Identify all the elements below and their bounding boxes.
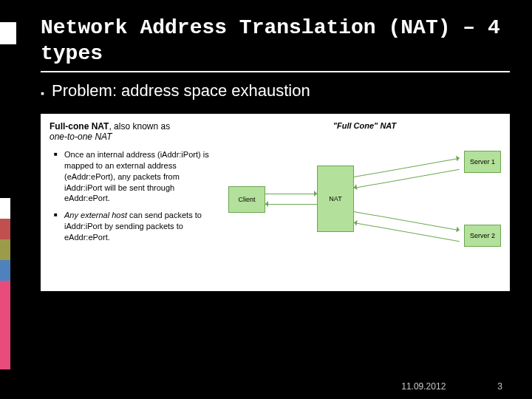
list-item-text: Any external host can send packets to iA…: [64, 211, 202, 242]
card-heading-em: one-to-one NAT: [50, 132, 112, 142]
arrow-server2-to-nat: [354, 222, 460, 242]
card-list: Once an internal address (iAddr:iPort) i…: [50, 149, 219, 243]
slide-bullet: Problem: address space exhaustion: [41, 81, 510, 100]
list-item: Any external host can send packets to iA…: [54, 210, 219, 243]
list-item-text: Once an internal address (iAddr:iPort) i…: [64, 150, 209, 202]
card-text-column: Full-cone NAT, also known as one-to-one …: [50, 121, 219, 282]
node-nat: NAT: [317, 166, 354, 232]
footer-date: 11.09.2012: [401, 381, 446, 392]
list-item: Once an internal address (iAddr:iPort) i…: [54, 149, 219, 204]
arrow-client-to-nat: [265, 194, 317, 194]
diagram-title: "Full Cone" NAT: [228, 121, 501, 130]
content-card: Full-cone NAT, also known as one-to-one …: [41, 114, 510, 291]
arrow-nat-to-client: [265, 204, 317, 205]
card-heading-rest: , also known as: [109, 121, 170, 132]
diagram-column: "Full Cone" NAT Client NAT Server 1 Serv…: [228, 121, 501, 282]
card-heading: Full-cone NAT, also known as one-to-one …: [50, 121, 219, 142]
slide-body: Network Address Translation (NAT) – 4 ty…: [0, 0, 532, 399]
slide-title: Network Address Translation (NAT) – 4 ty…: [41, 15, 510, 72]
node-server-2: Server 2: [464, 225, 501, 247]
slide-footer: 11.09.2012 3: [0, 381, 532, 392]
footer-page-number: 3: [497, 381, 502, 392]
arrow-nat-to-server2: [354, 211, 460, 231]
node-server-1: Server 1: [464, 151, 501, 173]
nat-diagram: Client NAT Server 1 Server 2: [228, 136, 501, 276]
arrow-server1-to-nat: [354, 169, 460, 188]
arrow-nat-to-server1: [354, 158, 460, 177]
bullet-text: Problem: address space exhaustion: [52, 81, 310, 100]
card-heading-bold: Full-cone NAT: [50, 121, 109, 132]
node-client: Client: [228, 186, 265, 213]
